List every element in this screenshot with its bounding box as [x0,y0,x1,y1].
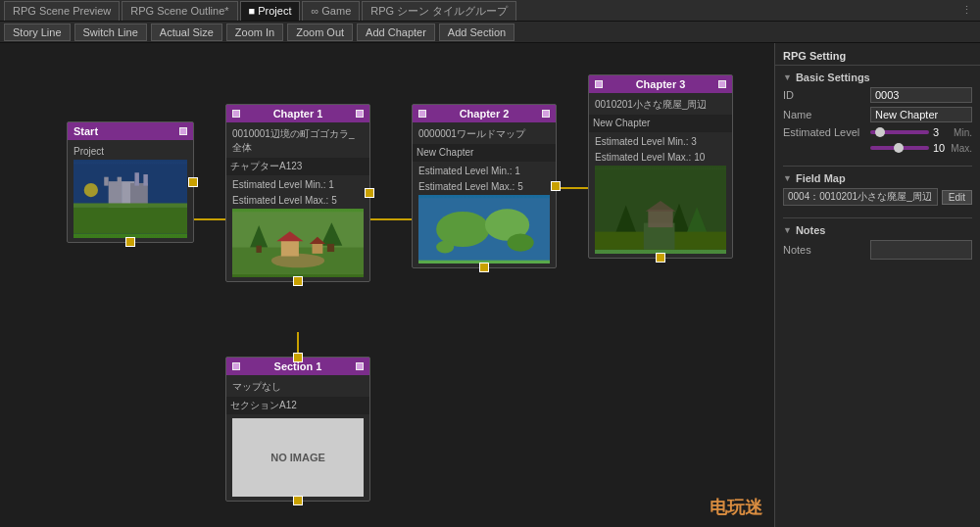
chapter1-body: 0010001辺境の町ゴゴカラ_全体 チャプターA123 Estimated L… [226,122,369,281]
rpg-panel: RPG Setting Basic Settings ID Name Estim… [774,43,980,527]
basic-settings-label: Basic Settings [796,72,870,83]
svg-rect-8 [118,177,122,186]
max-value: 10 [933,142,947,154]
chapter2-sub: New Chapter [413,144,556,162]
game-icon: ∞ [311,5,318,17]
section1-bottom-connector [293,496,303,505]
section1-map: マップなし [232,379,364,395]
section1-node[interactable]: Section 1 マップなし セクションA12 NO IMAGE [225,357,370,502]
chapter2-body: 0000001ワールドマップ New Chapter Estimated Lev… [413,122,556,267]
tab-rpg-scene-outline[interactable]: RPG Scene Outline* [122,1,237,21]
level-min-slider[interactable] [870,130,929,134]
svg-rect-12 [143,174,147,186]
chapter1-header: Chapter 1 [226,105,369,122]
svg-rect-21 [327,244,334,252]
watermark: 电玩迷 [710,496,762,519]
chapter3-level-max: Estimated Level Max.: 10 [595,150,726,166]
name-input[interactable] [870,107,972,122]
zoom-in-button[interactable]: Zoom In [226,24,283,41]
chapter1-right-dot [356,110,364,118]
tab-label: Project [258,5,291,17]
chapter1-level-min: Estimated Level Min.: 1 [232,177,364,193]
chapter1-level-max: Estimated Level Max.: 5 [232,193,364,209]
chapter3-level-min: Estimated Level Min.: 3 [595,134,726,150]
min-label: Min. [954,127,972,138]
id-label: ID [783,89,866,101]
chapter1-node[interactable]: Chapter 1 0010001辺境の町ゴゴカラ_全体 チャプターA123 E… [225,104,370,282]
start-node[interactable]: Start Project [67,121,194,243]
canvas-area[interactable]: Start Project [0,43,774,527]
toolbar: Story Line Switch Line Actual Size Zoom … [0,22,980,43]
chapter3-image [595,166,726,254]
svg-point-29 [508,234,534,252]
section1-body: マップなし セクションA12 NO IMAGE [226,375,369,501]
chapter1-bottom-connector [293,276,303,286]
level-max-slider[interactable] [870,146,929,150]
chapter3-bottom-connector [656,253,665,263]
add-section-button[interactable]: Add Section [439,24,514,41]
chapter3-sub: New Chapter [589,115,732,132]
field-map-header[interactable]: Field Map [783,172,972,184]
start-project-label: Project [74,144,187,160]
notes-input[interactable] [870,240,972,260]
chapter2-title: Chapter 2 [460,108,510,120]
story-line-button[interactable]: Story Line [4,24,71,41]
basic-settings-header[interactable]: Basic Settings [783,72,972,83]
chapter2-top-dot [418,110,426,118]
start-node-header: Start [68,122,193,140]
chapter2-level-max: Estimated Level Max.: 5 [418,179,550,195]
chapter2-right-connector [551,181,561,191]
chapter2-node[interactable]: Chapter 2 0000001ワールドマップ New Chapter Est… [412,104,557,268]
chapter2-id: 0000001ワールドマップ [418,126,550,142]
chapter3-top-dot [595,80,603,88]
chapter3-header: Chapter 3 [589,75,732,93]
tab-rpg-scene-preview[interactable]: RPG Scene Preview [4,1,120,21]
svg-rect-14 [74,203,187,207]
actual-size-button[interactable]: Actual Size [151,24,222,41]
field-map-value-container: 0004：0010201小さな廃屋_周辺 Edit [783,188,972,206]
chapter1-id: 0010001辺境の町ゴゴカラ_全体 [232,126,364,156]
rpg-panel-title: RPG Setting [775,47,980,66]
divider-1 [783,166,972,167]
section1-image: NO IMAGE [232,418,364,497]
chapter1-title: Chapter 1 [273,108,323,120]
section1-top-dot [232,362,240,370]
field-map-edit-button[interactable]: Edit [942,190,972,205]
main-content: Start Project [0,43,980,527]
zoom-out-button[interactable]: Zoom Out [287,24,353,41]
id-field: ID [783,87,972,103]
tab-label: RPG Scene Preview [13,5,111,17]
max-field: 10 Max. [783,142,972,154]
name-label: Name [783,109,866,120]
start-node-body: Project [68,140,193,242]
chapter1-image [232,209,364,277]
add-chapter-button[interactable]: Add Chapter [357,24,435,41]
switch-line-button[interactable]: Switch Line [74,24,147,41]
chapter3-node[interactable]: Chapter 3 0010201小さな廃屋_周辺 New Chapter Es… [588,74,733,259]
chapter3-title: Chapter 3 [636,78,686,90]
section1-top-connector [293,353,303,362]
name-field: Name [783,107,972,122]
chapter3-right-dot [718,80,726,88]
section1-sub: セクションA12 [226,397,369,414]
notes-header[interactable]: Notes [783,224,972,236]
tab-more-icon[interactable]: ⋮ [957,4,976,17]
level-slider-container: 3 Min. [870,126,972,138]
field-map-label: Field Map [796,172,846,184]
level-label: Estimated Level [783,126,866,138]
field-map-value: 0004：0010201小さな廃屋_周辺 [783,188,938,206]
notes-field: Notes [783,240,972,260]
tab-tile-group[interactable]: RPG シーン タイルグループ [362,1,516,21]
id-input[interactable] [870,87,972,103]
max-label: Max. [951,143,972,154]
notes-field-label: Notes [783,244,866,256]
tab-project[interactable]: ■ Project [240,1,301,21]
chapter1-right-connector [365,188,374,198]
chapter1-top-dot [232,110,240,118]
svg-rect-24 [312,243,322,254]
tab-label: Game [321,5,351,17]
notes-section: Notes Notes [775,222,980,267]
svg-point-13 [84,183,98,197]
tab-game[interactable]: ∞ Game [302,1,360,21]
section1-right-dot [356,362,364,370]
